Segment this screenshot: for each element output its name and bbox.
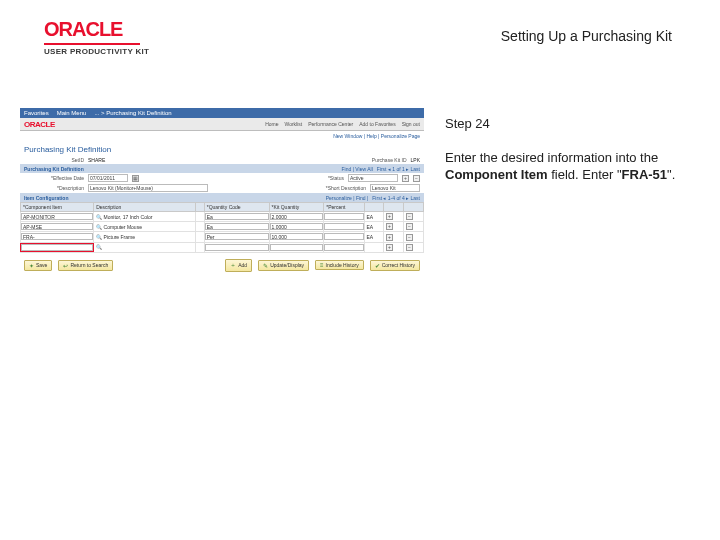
table-row: AP-MSE🔍 Computer MouseEa1.0000EA+−: [21, 222, 424, 232]
percent-cell-input[interactable]: [324, 223, 363, 230]
percent-cell-input[interactable]: [324, 213, 363, 220]
table-row: AP-MONITOR🔍 Monitor, 17 Inch ColorEa2.00…: [21, 212, 424, 222]
definition-find[interactable]: Find | View All: [342, 166, 373, 172]
calendar-icon[interactable]: ▦: [132, 175, 139, 182]
col-description[interactable]: Description: [94, 203, 196, 212]
component-item-cell-input[interactable]: AP-MSE: [21, 223, 93, 230]
table-header: *Component Item Description *Quantity Co…: [21, 203, 424, 212]
description-cell: 🔍: [94, 242, 196, 252]
qtycode-cell: Ea: [204, 222, 269, 232]
kitqty-cell-input[interactable]: 10.000: [270, 233, 324, 240]
titlebar-favorites[interactable]: Favorites: [24, 110, 49, 116]
percent-cell-input[interactable]: [324, 244, 363, 251]
add-icon: ＋: [230, 261, 236, 270]
tab-home[interactable]: Home: [265, 121, 278, 127]
col-qtycode[interactable]: *Quantity Code: [204, 203, 269, 212]
page-tools-links[interactable]: New Window | Help | Personalize Page: [333, 133, 420, 139]
instruction-mid: field. Enter ": [548, 167, 622, 182]
save-icon: ✦: [29, 262, 34, 269]
lookup-icon[interactable]: 🔍: [96, 234, 102, 240]
row-del-icon[interactable]: −: [406, 234, 413, 241]
tab-favorites[interactable]: Add to Favorites: [359, 121, 395, 127]
descr-label: *Description: [24, 185, 84, 191]
save-button[interactable]: ✦Save: [24, 260, 52, 271]
add-button[interactable]: ＋Add: [225, 259, 252, 272]
lookup-icon[interactable]: 🔍: [96, 214, 102, 220]
row-del-icon[interactable]: −: [406, 213, 413, 220]
app-brand: ORACLE: [24, 120, 55, 129]
col-uom: [364, 203, 383, 212]
bottom-toolbar: ✦Save ↩Return to Search ＋Add ✎Update/Dis…: [20, 259, 424, 272]
return-button[interactable]: ↩Return to Search: [58, 260, 113, 271]
row-add-icon[interactable]: +: [386, 223, 393, 230]
effdate-input[interactable]: 07/01/2011: [88, 174, 128, 182]
descr-input[interactable]: Lenovo Kit (Monitor+Mouse): [88, 184, 208, 192]
kitqty-cell: 10.000: [269, 232, 324, 242]
description-cell: 🔍 Monitor, 17 Inch Color: [94, 212, 196, 222]
col-component-item[interactable]: *Component Item: [21, 203, 94, 212]
component-item-cell-input[interactable]: [21, 244, 93, 251]
logo-underline: [44, 43, 140, 45]
row-del-cell: −: [403, 212, 423, 222]
spacer-cell: [196, 242, 204, 252]
qtycode-cell-input[interactable]: Ea: [205, 223, 269, 230]
setid-label: SetID: [24, 157, 84, 163]
percent-cell: [324, 222, 364, 232]
tab-signout[interactable]: Sign out: [402, 121, 420, 127]
row-add-icon[interactable]: +: [386, 234, 393, 241]
titlebar-path: ... > Purchasing Kit Definition: [94, 110, 171, 116]
table-row: 🔍 +−: [21, 242, 424, 252]
short-input[interactable]: Lenovo Kit: [370, 184, 420, 192]
qtycode-cell-input[interactable]: [205, 244, 269, 251]
kitqty-cell-input[interactable]: 1.0000: [270, 223, 324, 230]
update-icon: ✎: [263, 262, 268, 269]
tab-perfcenter[interactable]: Performance Center: [308, 121, 353, 127]
kitqty-cell-input[interactable]: 2.0000: [270, 213, 324, 220]
config-personalize[interactable]: Personalize | Find |: [326, 195, 369, 201]
row-add-icon[interactable]: +: [386, 244, 393, 251]
config-strip-title: Item Configuration: [24, 195, 68, 201]
qtycode-cell: Ea: [204, 212, 269, 222]
lookup-icon[interactable]: 🔍: [96, 244, 102, 250]
status-select[interactable]: Active: [348, 174, 398, 182]
col-spacer1: [196, 203, 204, 212]
row-add-cell: +: [383, 222, 403, 232]
table-row: FRA-🔍 Picture FramePer10.000EA+−: [21, 232, 424, 242]
step-label: Step 24: [445, 116, 490, 131]
qtycode-cell-input[interactable]: Per: [205, 233, 269, 240]
component-item-cell-input[interactable]: FRA-: [21, 233, 93, 240]
row-del-icon[interactable]: −: [406, 223, 413, 230]
include-history-button[interactable]: ≡Include History: [315, 260, 364, 270]
row-del-cell: −: [403, 222, 423, 232]
correct-icon: ✔: [375, 262, 380, 269]
col-act1: [383, 203, 403, 212]
percent-cell: [324, 212, 364, 222]
col-kitqty[interactable]: *Kit Quantity: [269, 203, 324, 212]
uom-cell: EA: [364, 232, 383, 242]
uom-cell: EA: [364, 212, 383, 222]
tab-worklist[interactable]: Worklist: [285, 121, 303, 127]
row-add-icon[interactable]: +: [386, 213, 393, 220]
delete-row-icon[interactable]: −: [413, 175, 420, 182]
percent-cell-input[interactable]: [324, 233, 363, 240]
col-percent[interactable]: *Percent: [324, 203, 364, 212]
short-label: *Short Description: [326, 185, 366, 191]
kitqty-cell-input[interactable]: [270, 244, 324, 251]
instruction-text: Enter the desired information into the C…: [445, 150, 677, 184]
pkid-value: LPK: [411, 157, 420, 163]
update-button[interactable]: ✎Update/Display: [258, 260, 309, 271]
kitqty-cell: [269, 242, 324, 252]
spacer-cell: [196, 232, 204, 242]
percent-cell: [324, 232, 364, 242]
status-label: *Status: [328, 175, 344, 181]
component-item-cell-input[interactable]: AP-MONITOR: [21, 213, 93, 220]
add-row-icon[interactable]: +: [402, 175, 409, 182]
qtycode-cell: [204, 242, 269, 252]
qtycode-cell-input[interactable]: Ea: [205, 213, 269, 220]
lookup-icon[interactable]: 🔍: [96, 224, 102, 230]
correct-history-button[interactable]: ✔Correct History: [370, 260, 420, 271]
titlebar-mainmenu[interactable]: Main Menu: [57, 110, 87, 116]
section-title: Purchasing Kit Definition: [20, 141, 424, 156]
app-screenshot: Favorites Main Menu ... > Purchasing Kit…: [20, 108, 424, 272]
row-del-icon[interactable]: −: [406, 244, 413, 251]
